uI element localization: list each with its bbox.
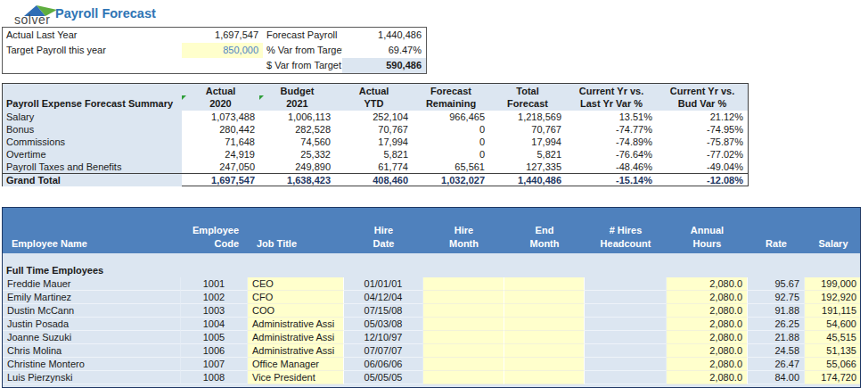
cell-hire_month[interactable] <box>423 371 504 384</box>
kpi-label: % Var from Target <box>263 43 342 58</box>
cell-salary[interactable]: 51,135 <box>805 344 861 358</box>
summary-row-label: Grand Total <box>3 174 182 186</box>
summary-title-text: Payroll Expense Forecast Summary <box>6 97 182 110</box>
cell-salary[interactable]: 54,600 <box>805 318 861 331</box>
cell-hire_month[interactable] <box>423 344 504 358</box>
kpi-row: Actual Last Year1,697,547Forecast Payrol… <box>3 28 426 43</box>
cell-hours[interactable]: 2,080.0 <box>667 371 748 384</box>
cell-end_month[interactable] <box>504 331 585 344</box>
target-payroll-input[interactable]: 850,000 <box>182 43 263 58</box>
employee-row: Freddie Mauer1001CEO01/01/012,080.095.67… <box>3 277 860 291</box>
cell-end_month[interactable] <box>504 371 585 384</box>
summary-cell: 127,335 <box>489 161 566 173</box>
cell-hire_month[interactable] <box>423 331 504 344</box>
summary-total-row: Grand Total1,697,5471,638,423408,4601,03… <box>3 173 748 186</box>
cell-name: Justin Posada <box>3 318 181 331</box>
cell-code: 1008 <box>181 371 248 384</box>
cell-hours[interactable]: 2,080.0 <box>667 277 748 291</box>
employee-row: Dustin McCann1003COO07/15/082,080.091.88… <box>3 304 860 318</box>
summary-cell: -49.04% <box>657 161 748 173</box>
kpi-value <box>182 58 263 73</box>
cell-hire_month[interactable] <box>423 318 504 331</box>
cell-hours[interactable]: 2,080.0 <box>667 358 748 371</box>
employee-column-header-hire_date: HireDate <box>344 208 423 253</box>
cell-headcount <box>585 358 667 371</box>
cell-end_month[interactable] <box>504 318 585 331</box>
summary-cell: -15.14% <box>566 174 657 186</box>
cell-hours[interactable]: 2,080.0 <box>667 331 748 344</box>
cell-hours[interactable]: 2,080.0 <box>667 291 748 304</box>
kpi-label <box>3 58 182 73</box>
summary-cell: 13.51% <box>566 111 657 123</box>
summary-cell: 249,890 <box>259 161 335 173</box>
cell-hire_date: 07/15/08 <box>344 304 423 318</box>
cell-hire_month[interactable] <box>423 304 504 318</box>
cell-salary[interactable]: 199,000 <box>805 277 861 291</box>
cell-end_month[interactable] <box>504 344 585 358</box>
summary-header-row: Payroll Expense Forecast SummaryActual20… <box>3 84 748 111</box>
cell-salary[interactable]: 192,920 <box>805 291 861 304</box>
summary-row: Overtime24,91925,3325,82105,821-76.64%-7… <box>3 148 748 161</box>
summary-cell: 1,440,486 <box>489 174 566 186</box>
cell-salary[interactable]: 45,515 <box>805 331 861 344</box>
cell-job[interactable]: Vice President <box>248 371 344 384</box>
employee-column-header-job: Job Title <box>248 208 344 253</box>
cell-rate: 26.25 <box>748 318 805 331</box>
summary-row: Bonus280,442282,52870,767070,767-74.77%-… <box>3 123 748 136</box>
kpi-label: Actual Last Year <box>3 28 182 43</box>
summary-cell: 0 <box>413 123 489 136</box>
summary-row: Payroll Taxes and Benefits247,050249,890… <box>3 161 748 173</box>
summary-cell: 71,648 <box>182 136 259 148</box>
cell-salary[interactable]: 174,720 <box>805 371 861 384</box>
cell-salary[interactable]: 191,115 <box>805 304 861 318</box>
cell-job[interactable]: CEO <box>248 277 344 291</box>
cell-end_month[interactable] <box>504 358 585 371</box>
cell-hours[interactable]: 2,080.0 <box>667 344 748 358</box>
cell-hire_date: 06/06/06 <box>344 358 423 371</box>
cell-end_month[interactable] <box>504 304 585 318</box>
summary-cell: 74,560 <box>259 136 335 148</box>
cell-job[interactable]: Administrative Assi <box>248 344 344 358</box>
cell-job[interactable]: Administrative Assi <box>248 318 344 331</box>
cell-hire_month[interactable] <box>423 277 504 291</box>
kpi-table: Actual Last Year1,697,547Forecast Payrol… <box>2 27 427 74</box>
cell-end_month[interactable] <box>504 277 585 291</box>
cell-rate: 84.00 <box>748 371 805 384</box>
employee-spacer-row <box>3 253 860 264</box>
employee-partial-row <box>3 384 860 388</box>
cell-end_month[interactable] <box>504 291 585 304</box>
summary-cell: 1,006,113 <box>259 111 335 123</box>
cell-salary[interactable]: 55,066 <box>805 358 861 371</box>
employee-row: Luis Pierzynski1008Vice President05/05/0… <box>3 371 860 384</box>
summary-cell: -74.89% <box>566 136 657 148</box>
cell-hire_month[interactable] <box>423 291 504 304</box>
cell-job[interactable]: COO <box>248 304 344 318</box>
cell-code: 1005 <box>181 331 248 344</box>
summary-cell: -74.77% <box>566 123 657 136</box>
summary-cell: -76.64% <box>566 148 657 161</box>
employee-row: Justin Posada1004Administrative Assi05/0… <box>3 318 860 331</box>
cell-job[interactable]: Office Manager <box>248 358 344 371</box>
cell-hours[interactable]: 2,080.0 <box>667 318 748 331</box>
cell-hire_date: 04/12/04 <box>344 291 423 304</box>
cell-job[interactable]: CFO <box>248 291 344 304</box>
cell-name: Christine Montero <box>3 358 181 371</box>
cell-job[interactable]: Administrative Assi <box>248 331 344 344</box>
cell-hire_date: 05/03/08 <box>344 318 423 331</box>
employee-table: Employee NameEmployeeCodeJob TitleHireDa… <box>2 207 861 388</box>
summary-cell: 65,561 <box>413 161 489 173</box>
cell-hours[interactable]: 2,080.0 <box>667 304 748 318</box>
summary-cell: 24,919 <box>182 148 259 161</box>
var-from-target-value: 590,486 <box>342 58 426 73</box>
summary-cell: 5,821 <box>335 148 413 161</box>
summary-cell: 1,638,423 <box>259 174 335 186</box>
summary-cell: 1,218,569 <box>489 111 566 123</box>
employee-column-header-headcount: # HiresHeadcount <box>585 208 667 253</box>
cell-hire_month[interactable] <box>423 358 504 371</box>
cell-headcount <box>585 331 667 344</box>
employee-column-header-end_month: EndMonth <box>504 208 585 253</box>
summary-row-label: Overtime <box>3 148 182 161</box>
cell-code: 1006 <box>181 344 248 358</box>
employee-column-header-name: Employee Name <box>3 208 181 253</box>
summary-cell: 408,460 <box>335 174 413 186</box>
